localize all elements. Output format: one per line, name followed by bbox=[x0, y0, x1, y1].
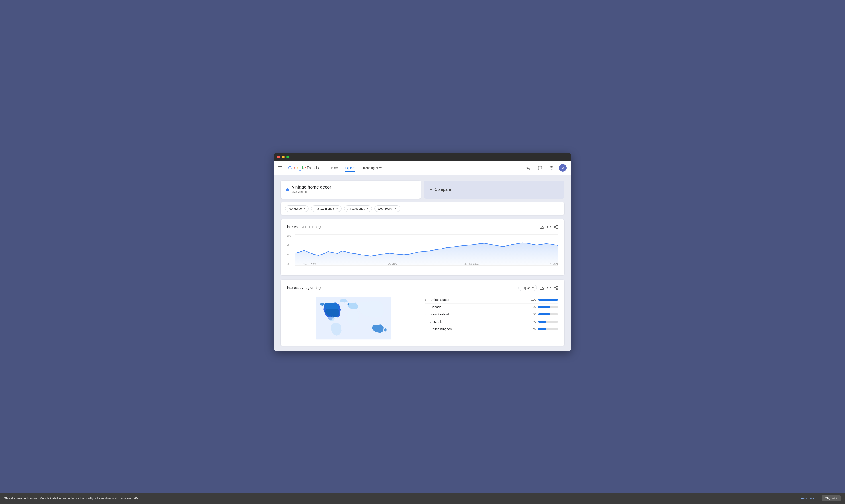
time-filter-arrow-icon: ▼ bbox=[336, 208, 338, 210]
share-region-icon[interactable] bbox=[554, 286, 558, 290]
search-term-text[interactable]: vintage home decor bbox=[292, 184, 416, 190]
compare-card[interactable]: + Compare bbox=[424, 181, 564, 199]
region-item-3[interactable]: 3 New Zealand 60 bbox=[425, 311, 558, 318]
share-chart-icon[interactable] bbox=[554, 224, 558, 229]
feedback-icon[interactable] bbox=[536, 164, 544, 172]
svg-point-2 bbox=[529, 168, 530, 170]
chart-help-icon[interactable]: ? bbox=[316, 224, 320, 229]
region-item-4[interactable]: 4 Australia 40 bbox=[425, 318, 558, 325]
cookie-message: This site uses cookies from Google to de… bbox=[4, 497, 792, 500]
region-bar-2 bbox=[538, 306, 550, 308]
chart-title: Interest over time bbox=[287, 225, 314, 229]
y-label-100: 100 bbox=[287, 234, 294, 237]
search-term-underline bbox=[292, 195, 416, 195]
region-bar-container-3 bbox=[538, 313, 558, 315]
search-type-filter-label: Web Search bbox=[378, 207, 393, 210]
search-term-type-label: Search term bbox=[292, 190, 416, 193]
search-type-filter-arrow-icon: ▼ bbox=[395, 208, 397, 210]
categories-filter[interactable]: All categories ▼ bbox=[344, 205, 372, 212]
region-rank-2: 2 bbox=[425, 305, 428, 309]
region-bar-container-5 bbox=[538, 328, 558, 330]
region-rank-4: 4 bbox=[425, 320, 428, 323]
interest-over-time-card: Interest over time ? bbox=[281, 219, 564, 275]
embed-region-icon[interactable] bbox=[547, 286, 551, 290]
region-name-4: Australia bbox=[430, 320, 527, 323]
chart-actions bbox=[540, 224, 558, 229]
region-item-5[interactable]: 5 United Kingdom 40 bbox=[425, 325, 558, 333]
download-region-icon[interactable] bbox=[540, 286, 544, 290]
region-score-1: 100 bbox=[529, 298, 536, 301]
svg-line-25 bbox=[555, 287, 557, 287]
region-item-2[interactable]: 2 Canada 60 bbox=[425, 304, 558, 311]
search-term-info: vintage home decor Search term bbox=[292, 184, 416, 195]
x-label-oct: Oct 6, 2024 bbox=[546, 263, 558, 265]
search-type-filter[interactable]: Web Search ▼ bbox=[374, 205, 400, 212]
region-title: Interest by region bbox=[287, 286, 314, 290]
svg-point-13 bbox=[552, 169, 553, 169]
nav-home[interactable]: Home bbox=[326, 164, 341, 172]
hamburger-menu-icon[interactable] bbox=[278, 166, 282, 169]
region-bar-1 bbox=[538, 299, 558, 301]
avatar[interactable]: M bbox=[559, 164, 567, 172]
region-bar-4 bbox=[538, 321, 546, 323]
region-card-header: Interest by region ? Region ▼ bbox=[287, 285, 558, 291]
search-term-card: vintage home decor Search term bbox=[281, 181, 421, 199]
filters-bar: Worldwide ▼ Past 12 months ▼ All categor… bbox=[281, 202, 564, 215]
interest-by-region-card: Interest by region ? Region ▼ bbox=[281, 280, 564, 346]
close-button[interactable] bbox=[277, 156, 280, 158]
location-filter[interactable]: Worldwide ▼ bbox=[285, 205, 309, 212]
region-bar-container-4 bbox=[538, 321, 558, 323]
cookie-ok-button[interactable]: OK, got it bbox=[822, 496, 841, 501]
chart-title-area: Interest over time ? bbox=[287, 224, 320, 229]
minimize-button[interactable] bbox=[282, 156, 285, 158]
region-name-3: New Zealand bbox=[430, 312, 527, 316]
svg-point-22 bbox=[554, 287, 556, 288]
svg-point-8 bbox=[550, 167, 551, 168]
region-filter-btn[interactable]: Region ▼ bbox=[518, 285, 537, 291]
region-name-1: United States bbox=[430, 298, 527, 302]
region-score-3: 60 bbox=[529, 312, 536, 316]
trends-logo-text: Trends bbox=[306, 166, 319, 170]
region-content: 1 United States 100 2 Canada 60 bbox=[287, 296, 558, 341]
region-bar-3 bbox=[538, 313, 550, 315]
region-bar-5 bbox=[538, 328, 546, 330]
svg-point-10 bbox=[552, 167, 553, 168]
svg-point-21 bbox=[557, 286, 558, 287]
chart-y-labels: 100 75 50 25 bbox=[287, 234, 294, 265]
cookie-learn-more-button[interactable]: Learn more bbox=[796, 496, 818, 501]
svg-point-9 bbox=[551, 167, 552, 168]
svg-point-1 bbox=[527, 167, 528, 168]
region-list: 1 United States 100 2 Canada 60 bbox=[425, 296, 558, 341]
svg-line-19 bbox=[555, 226, 557, 227]
time-filter[interactable]: Past 12 months ▼ bbox=[311, 205, 341, 212]
region-help-icon[interactable]: ? bbox=[316, 286, 320, 290]
nav-icons: M bbox=[525, 164, 567, 172]
region-rank-3: 3 bbox=[425, 312, 428, 316]
x-label-feb: Feb 25, 2024 bbox=[383, 263, 398, 265]
chart-header: Interest over time ? bbox=[287, 224, 558, 229]
svg-line-3 bbox=[528, 168, 529, 169]
browser-titlebar bbox=[274, 153, 571, 161]
download-chart-icon[interactable] bbox=[540, 224, 544, 229]
browser-content: Google Trends Trends Home Explore Trendi… bbox=[274, 161, 571, 351]
embed-chart-icon[interactable] bbox=[547, 224, 551, 229]
share-icon[interactable] bbox=[525, 164, 532, 172]
region-rank-1: 1 bbox=[425, 298, 428, 301]
nav-trending[interactable]: Trending Now bbox=[359, 164, 385, 172]
maximize-button[interactable] bbox=[286, 156, 289, 158]
apps-icon[interactable] bbox=[547, 164, 556, 172]
categories-filter-label: All categories bbox=[348, 207, 365, 210]
region-score-2: 60 bbox=[529, 305, 536, 309]
chart-x-labels: Nov 5, 2023 Feb 25, 2024 Jun 16, 2024 Oc… bbox=[303, 263, 558, 265]
region-item-1[interactable]: 1 United States 100 bbox=[425, 296, 558, 304]
y-label-75: 75 bbox=[287, 244, 294, 246]
svg-point-12 bbox=[551, 169, 552, 169]
y-label-25: 25 bbox=[287, 263, 294, 265]
region-bar-container-2 bbox=[538, 306, 558, 308]
svg-line-18 bbox=[555, 227, 557, 228]
nav-explore[interactable]: Explore bbox=[342, 164, 358, 172]
region-title-area: Interest by region ? bbox=[287, 286, 320, 290]
svg-point-23 bbox=[557, 288, 558, 290]
world-map-area bbox=[287, 296, 420, 341]
compare-label: Compare bbox=[435, 187, 451, 192]
